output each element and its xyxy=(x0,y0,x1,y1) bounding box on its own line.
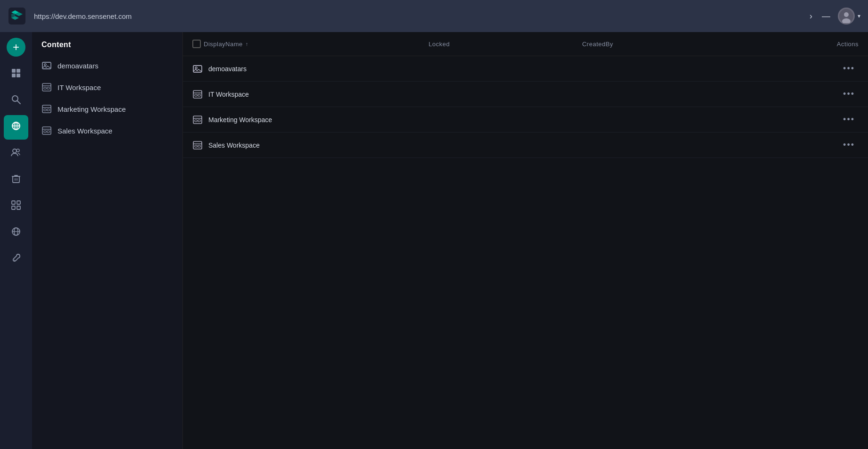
row-label-it-workspace[interactable]: IT Workspace xyxy=(208,91,249,98)
svg-rect-6 xyxy=(12,74,16,77)
cell-locked-demoavatars xyxy=(419,56,573,82)
cell-actions-marketing-workspace: ••• xyxy=(762,107,868,133)
table-header: DisplayName ↑ Locked CreatedBy Actions xyxy=(183,32,868,56)
cell-displayname-sales-workspace: Sales Workspace xyxy=(183,133,419,158)
svg-point-15 xyxy=(17,149,19,152)
svg-rect-20 xyxy=(12,201,15,204)
cell-createdby-it-workspace xyxy=(573,82,762,107)
table-body: demoavatars ••• xyxy=(183,56,868,158)
svg-rect-4 xyxy=(12,69,16,73)
table-row: Sales Workspace ••• xyxy=(183,133,868,158)
sidebar-item-users[interactable] xyxy=(4,141,28,166)
avatar xyxy=(838,8,855,25)
terminal-button[interactable]: — xyxy=(820,9,832,23)
sidebar-item-widgets[interactable] xyxy=(4,194,28,219)
sidebar-item-trash[interactable] xyxy=(4,168,28,192)
cell-actions-sales-workspace: ••• xyxy=(762,133,868,158)
main-content: DisplayName ↑ Locked CreatedBy Actions xyxy=(183,32,868,449)
main-layout: + xyxy=(0,32,868,449)
row-icon-marketing-workspace xyxy=(192,115,203,125)
add-content-button[interactable]: + xyxy=(7,38,25,57)
row-icon-it-workspace xyxy=(192,89,203,100)
row-label-marketing-workspace[interactable]: Marketing Workspace xyxy=(208,116,272,124)
svg-line-27 xyxy=(14,260,15,261)
svg-rect-33 xyxy=(47,87,50,89)
svg-rect-23 xyxy=(17,206,20,209)
svg-point-43 xyxy=(195,67,197,69)
row-icon-demoavatars xyxy=(192,64,203,74)
cell-displayname-demoavatars: demoavatars xyxy=(183,56,419,82)
sidebar-item-search[interactable] xyxy=(4,89,28,113)
sidebar-item-browse[interactable] xyxy=(4,115,28,140)
col-header-actions: Actions xyxy=(762,32,868,56)
widgets-icon xyxy=(11,200,21,213)
user-menu-caret: ▾ xyxy=(858,13,860,19)
svg-point-29 xyxy=(44,64,46,66)
row-actions-button-sales-workspace[interactable]: ••• xyxy=(839,139,859,151)
svg-rect-0 xyxy=(8,8,25,25)
tree-item-it-workspace-icon xyxy=(41,82,52,92)
row-actions-button-it-workspace[interactable]: ••• xyxy=(839,88,859,100)
plus-icon: + xyxy=(13,41,19,54)
svg-rect-36 xyxy=(44,109,46,111)
user-menu-button[interactable]: ▾ xyxy=(838,8,860,25)
tree-item-it-workspace[interactable]: IT Workspace xyxy=(32,76,182,98)
content-list-icon xyxy=(11,68,21,81)
cell-createdby-marketing-workspace xyxy=(573,107,762,133)
app-logo[interactable] xyxy=(8,7,26,25)
row-actions-button-demoavatars[interactable]: ••• xyxy=(839,63,859,75)
svg-rect-46 xyxy=(195,94,197,96)
actions-header-label: Actions xyxy=(837,41,859,48)
tree-item-it-workspace-label: IT Workspace xyxy=(58,83,101,91)
sidebar-item-tools[interactable] xyxy=(4,247,28,272)
svg-rect-55 xyxy=(198,145,200,147)
search-icon xyxy=(11,94,21,108)
tree-item-demoavatars[interactable]: demoavatars xyxy=(32,55,182,76)
svg-rect-40 xyxy=(44,131,46,133)
cell-displayname-it-workspace: IT Workspace xyxy=(183,82,419,107)
expand-button[interactable]: › xyxy=(808,9,814,23)
svg-rect-37 xyxy=(47,109,50,111)
icon-sidebar: + xyxy=(0,32,32,449)
svg-rect-32 xyxy=(44,87,46,89)
table-row: Marketing Workspace ••• xyxy=(183,107,868,133)
cell-displayname-marketing-workspace: Marketing Workspace xyxy=(183,107,419,133)
svg-rect-22 xyxy=(12,206,15,209)
cell-createdby-sales-workspace xyxy=(573,133,762,158)
svg-rect-54 xyxy=(195,145,197,147)
table-row: IT Workspace ••• xyxy=(183,82,868,107)
tree-item-demoavatars-label: demoavatars xyxy=(58,62,99,70)
cell-actions-it-workspace: ••• xyxy=(762,82,868,107)
topbar: https://dev.demo.sensenet.com › — ▾ xyxy=(0,0,868,32)
content-table: DisplayName ↑ Locked CreatedBy Actions xyxy=(183,32,868,158)
row-label-sales-workspace[interactable]: Sales Workspace xyxy=(208,141,260,149)
cell-createdby-demoavatars xyxy=(573,56,762,82)
tree-item-marketing-workspace-label: Marketing Workspace xyxy=(58,105,126,113)
cell-actions-demoavatars: ••• xyxy=(762,56,868,82)
tree-item-sales-workspace-label: Sales Workspace xyxy=(58,127,112,135)
topbar-right: › — ▾ xyxy=(808,8,860,25)
cell-locked-sales-workspace xyxy=(419,133,573,158)
sort-asc-icon[interactable]: ↑ xyxy=(246,41,248,47)
svg-rect-47 xyxy=(198,94,200,96)
svg-rect-51 xyxy=(198,120,200,122)
table-row: demoavatars ••• xyxy=(183,56,868,82)
cell-locked-marketing-workspace xyxy=(419,107,573,133)
col-header-createdby: CreatedBy xyxy=(573,32,762,56)
tree-item-sales-workspace[interactable]: Sales Workspace xyxy=(32,120,182,141)
sidebar-item-content[interactable] xyxy=(4,62,28,87)
svg-rect-5 xyxy=(17,69,20,73)
svg-rect-21 xyxy=(17,201,20,204)
tree-sidebar: Content demoavatars xyxy=(32,32,183,449)
tree-sidebar-header: Content xyxy=(32,32,182,55)
trash-icon xyxy=(11,174,21,187)
tools-icon xyxy=(11,253,21,266)
svg-line-9 xyxy=(17,101,21,104)
cell-locked-it-workspace xyxy=(419,82,573,107)
svg-rect-41 xyxy=(47,131,50,133)
sidebar-item-portals[interactable] xyxy=(4,221,28,245)
row-actions-button-marketing-workspace[interactable]: ••• xyxy=(839,114,859,125)
row-label-demoavatars[interactable]: demoavatars xyxy=(208,65,247,73)
select-all-checkbox[interactable] xyxy=(192,40,201,48)
tree-item-marketing-workspace[interactable]: Marketing Workspace xyxy=(32,98,182,120)
